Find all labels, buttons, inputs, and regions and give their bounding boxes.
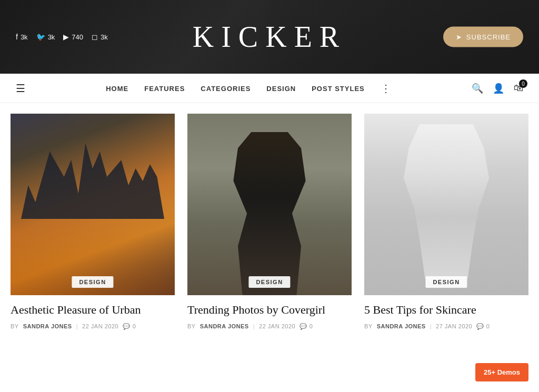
user-button[interactable]: 👤 [493,83,504,94]
nav-item-design[interactable]: DESIGN [266,84,296,93]
twitter-icon: 🐦 [36,33,45,41]
comment-count-2: 0 [310,323,313,329]
main-nav: ☰ HOME FEATURES CATEGORIES DESIGN POST S… [0,74,539,103]
cart-badge: 0 [519,79,527,88]
nav-item-categories[interactable]: CATEGORIES [201,84,251,93]
subscribe-label: SUBSCRIBE [466,33,511,41]
post-meta-by-1: BY [11,323,19,329]
post-image-urban [11,114,175,295]
youtube-count: 740 [72,33,83,41]
comment-count-1: 0 [133,323,136,329]
post-card-3: DESIGN 5 Best Tips for Skincare BY SANDR… [364,114,528,330]
post-image-3[interactable]: DESIGN [364,114,528,295]
post-meta-2: BY SANDRA JONES | 22 JAN 2020 💬 0 [187,323,352,330]
youtube-icon: ▶ [63,33,69,41]
post-image-1[interactable]: DESIGN [11,114,175,295]
social-youtube[interactable]: ▶ 740 [63,33,83,41]
posts-grid: DESIGN Aesthetic Pleasure of Urban BY SA… [11,114,528,330]
search-icon: 🔍 [472,83,483,94]
facebook-count: 3k [21,33,28,41]
send-icon: ➤ [456,33,462,41]
social-bar: f 3k 🐦 3k ▶ 740 ◻ 3k [16,33,108,41]
post-title-2[interactable]: Trending Photos by Covergirl [187,303,352,318]
main-content: DESIGN Aesthetic Pleasure of Urban BY SA… [0,103,539,351]
post-info-3: 5 Best Tips for Skincare BY SANDRA JONES… [364,295,528,330]
post-image-2[interactable]: DESIGN [187,114,352,295]
comment-count-3: 0 [486,323,490,329]
subscribe-button[interactable]: ➤ SUBSCRIBE [443,27,523,47]
post-info-2: Trending Photos by Covergirl BY SANDRA J… [187,295,352,330]
twitter-count: 3k [48,33,55,41]
nav-icon-group: 🔍 👤 🛍 0 [472,83,523,94]
social-facebook[interactable]: f 3k [16,33,28,41]
post-category-3[interactable]: DESIGN [425,276,467,288]
post-image-skincare [364,114,528,295]
post-meta-1: BY SANDRA JONES | 22 JAN 2020 💬 0 [11,323,175,330]
nav-item-post-styles[interactable]: POST STYLES [312,84,365,93]
post-info-1: Aesthetic Pleasure of Urban BY SANDRA JO… [11,295,175,330]
post-meta-by-2: BY [187,323,196,329]
nav-item-more[interactable]: ⋮ [381,82,391,95]
user-icon: 👤 [493,83,504,94]
comment-icon-3: 💬 [476,323,484,330]
social-twitter[interactable]: 🐦 3k [36,33,55,41]
post-author-3[interactable]: SANDRA JONES [377,323,426,329]
hamburger-menu[interactable]: ☰ [16,82,25,95]
post-author-1[interactable]: SANDRA JONES [23,323,72,329]
post-category-1[interactable]: DESIGN [72,276,113,288]
post-comment-3[interactable]: 💬 0 [476,323,490,330]
post-card-1: DESIGN Aesthetic Pleasure of Urban BY SA… [11,114,175,330]
site-logo[interactable]: KICKER [193,20,346,54]
post-date-3: 27 JAN 2020 [436,323,472,329]
post-date-2: 22 JAN 2020 [259,323,295,329]
comment-icon-2: 💬 [300,323,307,330]
nav-item-home[interactable]: HOME [106,84,128,93]
search-button[interactable]: 🔍 [472,83,483,94]
nav-links: HOME FEATURES CATEGORIES DESIGN POST STY… [36,82,461,95]
post-category-2[interactable]: DESIGN [248,276,290,288]
post-comment-1[interactable]: 💬 0 [123,323,136,330]
post-image-fashion [187,114,352,295]
post-title-1[interactable]: Aesthetic Pleasure of Urban [11,303,175,318]
cart-button[interactable]: 🛍 0 [514,83,523,94]
facebook-icon: f [16,33,18,41]
post-card-2: DESIGN Trending Photos by Covergirl BY S… [187,114,352,330]
post-comment-2[interactable]: 💬 0 [300,323,313,330]
nav-item-features[interactable]: FEATURES [144,84,185,93]
instagram-icon: ◻ [92,33,98,41]
more-dots-icon[interactable]: ⋮ [381,83,391,94]
site-header: f 3k 🐦 3k ▶ 740 ◻ 3k KICKER ➤ SUBSCRIBE [0,0,539,74]
post-meta-3: BY SANDRA JONES | 27 JAN 2020 💬 0 [364,323,528,330]
post-author-2[interactable]: SANDRA JONES [200,323,249,329]
post-date-1: 22 JAN 2020 [82,323,118,329]
post-title-3[interactable]: 5 Best Tips for Skincare [364,303,528,318]
post-meta-by-3: BY [364,323,373,329]
comment-icon-1: 💬 [123,323,131,330]
social-instagram[interactable]: ◻ 3k [92,33,108,41]
instagram-count: 3k [101,33,108,41]
